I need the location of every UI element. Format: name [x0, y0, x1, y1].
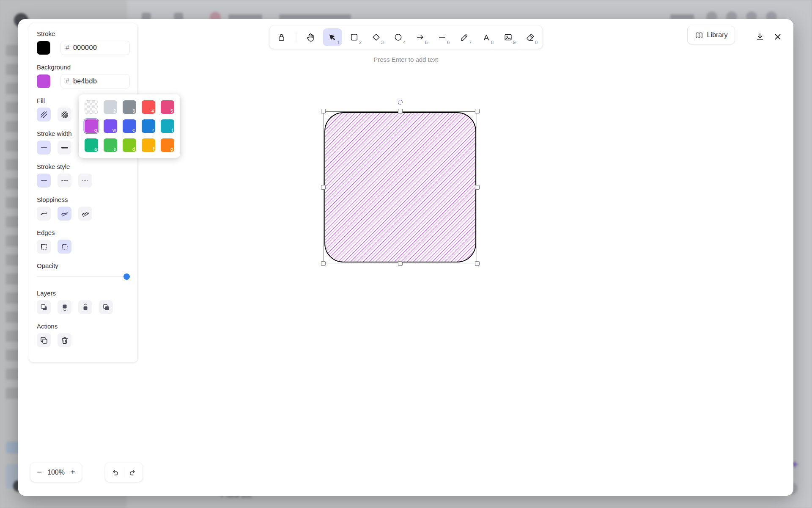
- tool-diamond[interactable]: 3: [367, 28, 386, 46]
- stroke-style-dashed-button[interactable]: [58, 174, 71, 188]
- opacity-label: Opacity: [37, 262, 130, 270]
- stroke-hex-box[interactable]: #: [60, 41, 130, 55]
- library-button[interactable]: Library: [687, 26, 735, 44]
- eraser-icon: [526, 33, 535, 42]
- bring-forward-button[interactable]: [78, 300, 92, 314]
- opacity-slider[interactable]: [37, 273, 130, 281]
- trash-icon: [60, 336, 69, 345]
- sloppiness-architect-button[interactable]: [37, 207, 51, 221]
- swatch-shortcut-key: e: [132, 127, 135, 133]
- color-swatch-40c057[interactable]: s: [104, 138, 117, 152]
- edges-sharp-button[interactable]: [37, 240, 51, 254]
- stroke-hex-input[interactable]: [73, 44, 125, 52]
- stroke-color-swatch[interactable]: [37, 41, 50, 55]
- bring-to-front-button[interactable]: [99, 300, 113, 314]
- stroke-style-dotted-button[interactable]: [78, 174, 92, 188]
- resize-handle-w[interactable]: [321, 185, 326, 190]
- color-swatch-1c7ed6[interactable]: r: [142, 119, 155, 133]
- tool-arrow[interactable]: 5: [411, 28, 430, 46]
- background-section: Background #: [37, 64, 130, 88]
- color-swatch-be4bdb[interactable]: q: [85, 119, 98, 133]
- color-swatch-12b886[interactable]: a: [85, 138, 98, 152]
- color-swatch-868e96[interactable]: 3: [123, 100, 136, 114]
- line-icon: [438, 33, 447, 42]
- tool-selection[interactable]: 1: [323, 28, 342, 46]
- rotate-handle[interactable]: [398, 100, 403, 105]
- color-swatch-fd7e14[interactable]: g: [161, 138, 174, 152]
- hash-prefix: #: [66, 77, 69, 85]
- tool-ellipse[interactable]: 4: [389, 28, 408, 46]
- color-swatch-4263eb[interactable]: e: [123, 119, 136, 133]
- background-color-swatch[interactable]: [37, 75, 50, 88]
- edges-round-button[interactable]: [58, 240, 71, 254]
- swatch-shortcut-key: g: [170, 146, 173, 152]
- resize-handle-s[interactable]: [398, 261, 403, 266]
- background-hex-box[interactable]: #: [60, 74, 130, 88]
- opacity-knob[interactable]: [123, 273, 130, 280]
- tool-line[interactable]: 6: [433, 28, 452, 46]
- tool-lock[interactable]: [272, 28, 291, 46]
- pencil-icon: [460, 33, 469, 42]
- background-hex-input[interactable]: [73, 77, 125, 85]
- resize-handle-e[interactable]: [475, 185, 480, 190]
- opacity-track: [37, 276, 130, 277]
- color-swatch-fab005[interactable]: f: [142, 138, 155, 152]
- thin-line-icon: [40, 144, 48, 152]
- send-backward-button[interactable]: [58, 300, 71, 314]
- whiteboard-modal: Press Enter to add text: [18, 19, 793, 496]
- color-swatch-7950f2[interactable]: w: [104, 119, 117, 133]
- swatch-shortcut-key: 3: [132, 108, 135, 113]
- stroke-width-thin-button[interactable]: [37, 141, 51, 155]
- export-button[interactable]: [752, 29, 768, 44]
- tool-draw[interactable]: 7: [455, 28, 474, 46]
- send-backward-icon: [60, 303, 69, 312]
- stroke-style-solid-button[interactable]: [37, 174, 51, 188]
- dashed-stroke-icon: [60, 177, 69, 185]
- stroke-style-label: Stroke style: [37, 163, 130, 171]
- zoom-in-button[interactable]: +: [65, 464, 81, 481]
- color-swatch-fa5252[interactable]: 4: [142, 100, 155, 114]
- sloppiness-cartoonist-button[interactable]: [78, 207, 92, 221]
- send-to-back-button[interactable]: [37, 300, 51, 314]
- zoom-level[interactable]: 100%: [47, 469, 65, 476]
- ellipse-icon: [394, 33, 403, 42]
- color-swatch-82c91e[interactable]: d: [123, 138, 136, 152]
- swatch-shortcut-key: 2: [113, 108, 116, 113]
- color-swatch-e64980[interactable]: 5: [161, 100, 174, 114]
- undo-button[interactable]: [107, 464, 124, 481]
- fill-cross-hatch-button[interactable]: [58, 108, 71, 121]
- color-swatch-15aabf[interactable]: t: [161, 119, 174, 133]
- duplicate-button[interactable]: [37, 333, 51, 347]
- zoom-controls: − 100% +: [30, 463, 82, 482]
- fill-hachure-button[interactable]: [37, 108, 51, 121]
- stroke-width-bold-button[interactable]: [58, 141, 71, 155]
- book-icon: [695, 31, 703, 39]
- tool-toolbar: 1 2 3 4 5 6: [269, 26, 542, 49]
- tool-rectangle[interactable]: 2: [345, 28, 364, 46]
- rectangle-icon: [350, 33, 359, 42]
- selection-cursor-icon: [328, 33, 337, 41]
- resize-handle-ne[interactable]: [475, 109, 480, 113]
- resize-handle-n[interactable]: [398, 109, 403, 113]
- redo-button[interactable]: [124, 464, 142, 481]
- resize-handle-sw[interactable]: [321, 261, 326, 266]
- close-button[interactable]: [770, 29, 785, 44]
- arrow-icon: [416, 33, 425, 42]
- tool-hand[interactable]: [301, 28, 320, 46]
- resize-handle-se[interactable]: [475, 261, 480, 266]
- actions-label: Actions: [37, 323, 130, 330]
- delete-button[interactable]: [58, 333, 71, 347]
- tool-image[interactable]: 9: [499, 28, 518, 46]
- redo-icon: [128, 468, 137, 477]
- swatch-shortcut-key: q: [94, 127, 97, 133]
- tool-eraser[interactable]: 0: [521, 28, 540, 46]
- duplicate-icon: [40, 336, 48, 345]
- sloppiness-artist-button[interactable]: [58, 207, 71, 221]
- resize-handle-nw[interactable]: [321, 109, 326, 113]
- zoom-out-button[interactable]: −: [31, 464, 47, 481]
- color-swatch-ced4da[interactable]: 2: [104, 100, 117, 114]
- tool-text[interactable]: 8: [477, 28, 496, 46]
- edges-section: Edges: [37, 229, 130, 254]
- color-swatch-transparent[interactable]: 1: [85, 100, 98, 114]
- layers-section: Layers: [37, 290, 130, 314]
